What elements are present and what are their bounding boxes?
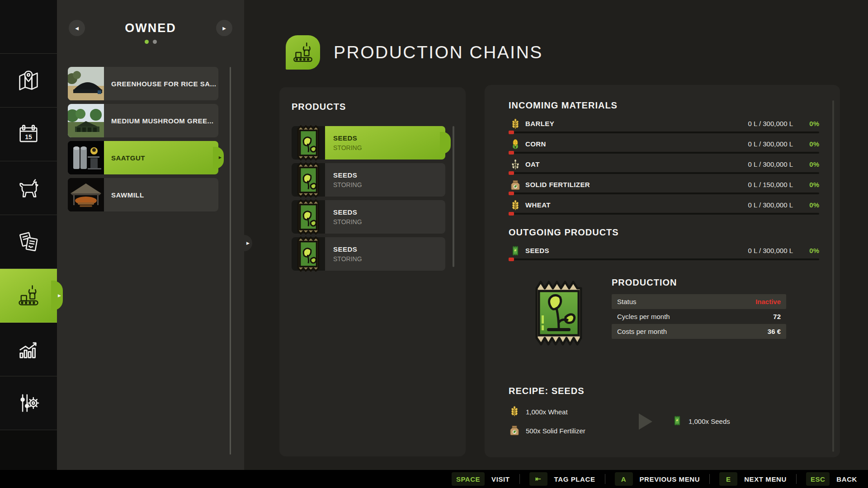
bottom-hint-bar: SPACE VISIT ⇤ TAG PLACE A PREVIOUS MENU … <box>0 470 868 488</box>
sidebar-item-statistics[interactable] <box>0 323 57 376</box>
material-value: 0 L / 150,000 L <box>748 181 793 188</box>
hint-visit[interactable]: SPACE VISIT <box>452 472 510 486</box>
seeds-icon <box>671 415 683 428</box>
recipe-output-seeds: 1,000x Seeds <box>671 415 730 428</box>
calendar-icon: 15 <box>16 122 41 147</box>
chevron-right-icon: ▶ <box>246 241 250 245</box>
material-percent: 0% <box>793 201 819 209</box>
fill-level-marker <box>509 192 514 195</box>
hint-label: VISIT <box>491 475 510 483</box>
production-row-value: 72 <box>773 313 781 320</box>
divider <box>519 474 520 484</box>
sidebar-item-settings[interactable] <box>0 376 57 430</box>
pager-dot-active[interactable] <box>145 40 149 44</box>
oat-icon <box>509 159 522 170</box>
recipe-body: 1,000x Wheat 500x Solid Fertilizer 1,000… <box>509 405 819 437</box>
product-info: SEEDS STORING <box>325 126 445 160</box>
mushroom-greenhouse-thumb <box>68 104 104 137</box>
product-status: STORING <box>333 255 445 263</box>
product-status: STORING <box>333 218 445 225</box>
panel-collapse-handle[interactable]: ▶ <box>236 235 252 251</box>
product-item-seeds-4[interactable]: SEEDS STORING <box>292 237 445 271</box>
barley-icon <box>509 118 522 130</box>
owned-scrollbar[interactable] <box>230 67 231 455</box>
e-keycap: E <box>719 472 737 486</box>
seed-packet-icon <box>292 237 325 271</box>
saatgut-thumb <box>68 141 104 174</box>
details-scrollbar[interactable] <box>832 100 834 452</box>
product-status: STORING <box>333 144 445 151</box>
hint-back[interactable]: ESC BACK <box>806 472 857 486</box>
list-item-label: SAATGUT <box>104 141 218 174</box>
material-percent: 0% <box>793 181 819 188</box>
material-row-wheat: WHEAT 0 L / 300,000 L 0% <box>509 198 819 215</box>
sidebar-item-contracts[interactable] <box>0 215 57 269</box>
material-row-oat: OAT 0 L / 300,000 L 0% <box>509 158 819 174</box>
owned-panel: ◀ OWNED ▶ GREENHOUSE FOR RICE SA... MEDI… <box>57 0 244 470</box>
settings-icon <box>16 390 41 416</box>
material-label: SOLID FERTILIZER <box>525 181 590 188</box>
product-item-seeds-2[interactable]: SEEDS STORING <box>292 163 445 197</box>
material-label: BARLEY <box>525 120 554 127</box>
selected-arrow-icon: ▶ <box>219 156 222 160</box>
product-item-seeds-1[interactable]: SEEDS STORING <box>292 126 445 160</box>
contracts-icon <box>16 229 41 254</box>
space-keycap: SPACE <box>452 472 485 486</box>
material-value: 0 L / 300,000 L <box>748 201 793 209</box>
sidebar-item-blank <box>0 0 57 54</box>
fill-level-bar <box>509 172 819 174</box>
product-info: SEEDS STORING <box>325 200 445 234</box>
recipe-input-label: 1,000x Wheat <box>526 408 568 416</box>
sidebar-item-map[interactable] <box>0 54 57 108</box>
fill-level-marker <box>509 131 514 134</box>
seed-packet-icon <box>292 126 325 160</box>
material-percent: 0% <box>793 247 819 254</box>
arrow-right-icon <box>639 413 652 430</box>
hint-previous-menu[interactable]: A PREVIOUS MENU <box>615 472 700 486</box>
fertilizer-icon <box>509 424 520 437</box>
material-row-solid-fertilizer: SOLID FERTILIZER 0 L / 150,000 L 0% <box>509 178 819 194</box>
recipe-title: RECIPE: SEEDS <box>509 386 819 396</box>
sidebar-selected-arrow-icon: ▶ <box>58 294 61 298</box>
owned-page-next-button[interactable]: ▶ <box>216 20 232 36</box>
products-scrollbar[interactable] <box>453 126 454 267</box>
production-row-label: Costs per month <box>617 328 667 335</box>
list-item-saatgut[interactable]: ▶ SAATGUT <box>68 141 218 174</box>
fill-level-bar <box>509 192 819 194</box>
pager-dot[interactable] <box>153 40 157 44</box>
a-keycap: A <box>615 472 633 486</box>
recipe-input-wheat: 1,000x Wheat <box>509 405 623 418</box>
list-item-label: GREENHOUSE FOR RICE SA... <box>104 67 218 100</box>
list-item-mushroom-greenhouse[interactable]: MEDIUM MUSHROOM GREE... <box>68 104 218 137</box>
hint-tag-place[interactable]: ⇤ TAG PLACE <box>529 472 595 486</box>
material-percent: 0% <box>793 160 819 168</box>
hint-label: NEXT MENU <box>744 475 787 483</box>
fill-level-marker <box>509 258 514 261</box>
recipe-input-label: 500x Solid Fertilizer <box>526 427 585 435</box>
seed-packet-icon <box>292 163 325 197</box>
production-title: PRODUCTION <box>612 277 786 288</box>
production-chains-icon <box>286 35 320 70</box>
sidebar-item-calendar[interactable]: 15 <box>0 108 57 161</box>
seed-packet-icon <box>292 200 325 234</box>
products-panel: PRODUCTS SEEDS STORING SEEDS STORING <box>279 87 466 456</box>
divider <box>605 474 605 484</box>
sidebar-item-animals[interactable] <box>0 161 57 215</box>
status-badge: Inactive <box>755 298 781 305</box>
list-item-label: MEDIUM MUSHROOM GREE... <box>104 104 218 137</box>
rice-greenhouse-thumb <box>68 67 104 100</box>
production-row-value: 36 € <box>768 328 781 335</box>
product-info: SEEDS STORING <box>325 163 445 197</box>
material-row-barley: BARLEY 0 L / 300,000 L 0% <box>509 117 819 133</box>
product-item-seeds-3[interactable]: SEEDS STORING <box>292 200 445 234</box>
material-percent: 0% <box>793 140 819 148</box>
production-icon <box>16 283 41 308</box>
product-name: SEEDS <box>333 134 445 142</box>
incoming-materials-title: INCOMING MATERIALS <box>509 100 819 111</box>
list-item-sawmill[interactable]: SAWMILL <box>68 178 218 211</box>
divider <box>709 474 710 484</box>
sawmill-thumb <box>68 178 104 211</box>
hint-next-menu[interactable]: E NEXT MENU <box>719 472 787 486</box>
sidebar-item-production[interactable]: ▶ <box>0 269 57 323</box>
list-item-greenhouse-rice[interactable]: GREENHOUSE FOR RICE SA... <box>68 67 218 100</box>
